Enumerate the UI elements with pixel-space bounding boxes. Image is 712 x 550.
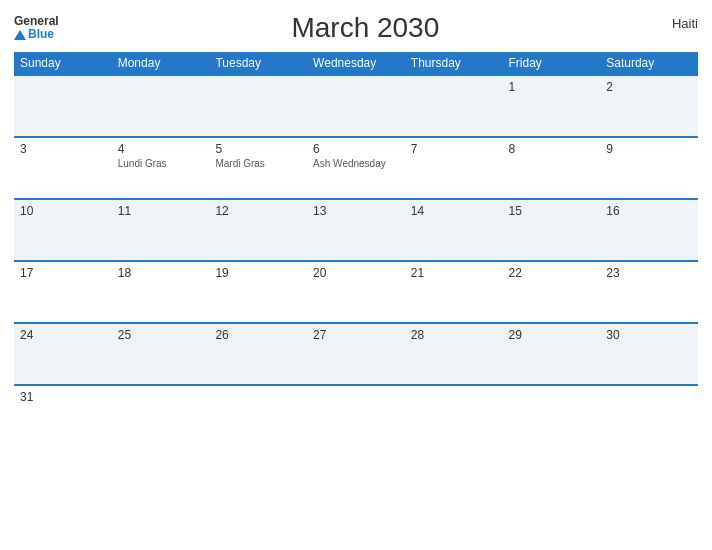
calendar-table: SundayMondayTuesdayWednesdayThursdayFrid… — [14, 52, 698, 447]
calendar-event: Mardi Gras — [215, 158, 301, 169]
calendar-cell: 26 — [209, 323, 307, 385]
weekday-header-row: SundayMondayTuesdayWednesdayThursdayFrid… — [14, 52, 698, 75]
day-number: 30 — [606, 328, 692, 342]
calendar-cell: 19 — [209, 261, 307, 323]
calendar-cell: 27 — [307, 323, 405, 385]
weekday-header-wednesday: Wednesday — [307, 52, 405, 75]
calendar-cell: 4Lundi Gras — [112, 137, 210, 199]
calendar-body: 1234Lundi Gras5Mardi Gras6Ash Wednesday7… — [14, 75, 698, 447]
calendar-cell: 31 — [14, 385, 112, 447]
calendar-week-row: 17181920212223 — [14, 261, 698, 323]
calendar-cell: 10 — [14, 199, 112, 261]
calendar-cell — [600, 385, 698, 447]
calendar-cell: 28 — [405, 323, 503, 385]
day-number: 15 — [509, 204, 595, 218]
calendar-cell — [405, 385, 503, 447]
logo: General Blue — [14, 15, 59, 41]
day-number: 12 — [215, 204, 301, 218]
calendar-cell: 13 — [307, 199, 405, 261]
calendar-cell: 20 — [307, 261, 405, 323]
day-number: 24 — [20, 328, 106, 342]
calendar-week-row: 34Lundi Gras5Mardi Gras6Ash Wednesday789 — [14, 137, 698, 199]
day-number: 13 — [313, 204, 399, 218]
calendar-cell — [112, 385, 210, 447]
calendar-cell — [209, 385, 307, 447]
logo-triangle-icon — [14, 30, 26, 40]
weekday-header-tuesday: Tuesday — [209, 52, 307, 75]
calendar-cell: 29 — [503, 323, 601, 385]
calendar-cell: 16 — [600, 199, 698, 261]
calendar-title: March 2030 — [59, 12, 672, 44]
logo-blue-text: Blue — [14, 28, 59, 41]
calendar-cell: 6Ash Wednesday — [307, 137, 405, 199]
calendar-cell: 24 — [14, 323, 112, 385]
calendar-cell: 18 — [112, 261, 210, 323]
calendar-cell: 5Mardi Gras — [209, 137, 307, 199]
day-number: 31 — [20, 390, 106, 404]
calendar-cell — [405, 75, 503, 137]
day-number: 25 — [118, 328, 204, 342]
day-number: 6 — [313, 142, 399, 156]
day-number: 1 — [509, 80, 595, 94]
calendar-cell: 9 — [600, 137, 698, 199]
calendar-cell: 14 — [405, 199, 503, 261]
weekday-header-saturday: Saturday — [600, 52, 698, 75]
day-number: 18 — [118, 266, 204, 280]
calendar-cell: 12 — [209, 199, 307, 261]
calendar-cell: 8 — [503, 137, 601, 199]
day-number: 28 — [411, 328, 497, 342]
calendar-cell — [209, 75, 307, 137]
calendar-week-row: 24252627282930 — [14, 323, 698, 385]
calendar-cell: 11 — [112, 199, 210, 261]
calendar-week-row: 10111213141516 — [14, 199, 698, 261]
weekday-header-friday: Friday — [503, 52, 601, 75]
calendar-cell: 1 — [503, 75, 601, 137]
country-label: Haiti — [672, 12, 698, 31]
calendar-cell: 25 — [112, 323, 210, 385]
calendar-cell: 7 — [405, 137, 503, 199]
day-number: 10 — [20, 204, 106, 218]
calendar-week-row: 31 — [14, 385, 698, 447]
day-number: 3 — [20, 142, 106, 156]
day-number: 26 — [215, 328, 301, 342]
day-number: 2 — [606, 80, 692, 94]
day-number: 19 — [215, 266, 301, 280]
calendar-cell — [307, 75, 405, 137]
calendar-cell — [112, 75, 210, 137]
day-number: 21 — [411, 266, 497, 280]
day-number: 22 — [509, 266, 595, 280]
calendar-event: Ash Wednesday — [313, 158, 399, 169]
weekday-header-monday: Monday — [112, 52, 210, 75]
day-number: 27 — [313, 328, 399, 342]
calendar-cell: 17 — [14, 261, 112, 323]
calendar-event: Lundi Gras — [118, 158, 204, 169]
weekday-header-thursday: Thursday — [405, 52, 503, 75]
calendar-cell: 30 — [600, 323, 698, 385]
calendar-cell — [307, 385, 405, 447]
header: General Blue March 2030 Haiti — [14, 12, 698, 44]
day-number: 5 — [215, 142, 301, 156]
day-number: 14 — [411, 204, 497, 218]
calendar-cell: 2 — [600, 75, 698, 137]
day-number: 29 — [509, 328, 595, 342]
day-number: 9 — [606, 142, 692, 156]
day-number: 4 — [118, 142, 204, 156]
calendar-week-row: 12 — [14, 75, 698, 137]
calendar-cell: 21 — [405, 261, 503, 323]
day-number: 20 — [313, 266, 399, 280]
day-number: 8 — [509, 142, 595, 156]
calendar-cell — [503, 385, 601, 447]
calendar-cell: 22 — [503, 261, 601, 323]
day-number: 16 — [606, 204, 692, 218]
calendar-page: General Blue March 2030 Haiti SundayMond… — [0, 0, 712, 550]
calendar-cell: 15 — [503, 199, 601, 261]
day-number: 7 — [411, 142, 497, 156]
weekday-header-sunday: Sunday — [14, 52, 112, 75]
calendar-cell — [14, 75, 112, 137]
calendar-cell: 3 — [14, 137, 112, 199]
day-number: 23 — [606, 266, 692, 280]
calendar-cell: 23 — [600, 261, 698, 323]
day-number: 11 — [118, 204, 204, 218]
day-number: 17 — [20, 266, 106, 280]
